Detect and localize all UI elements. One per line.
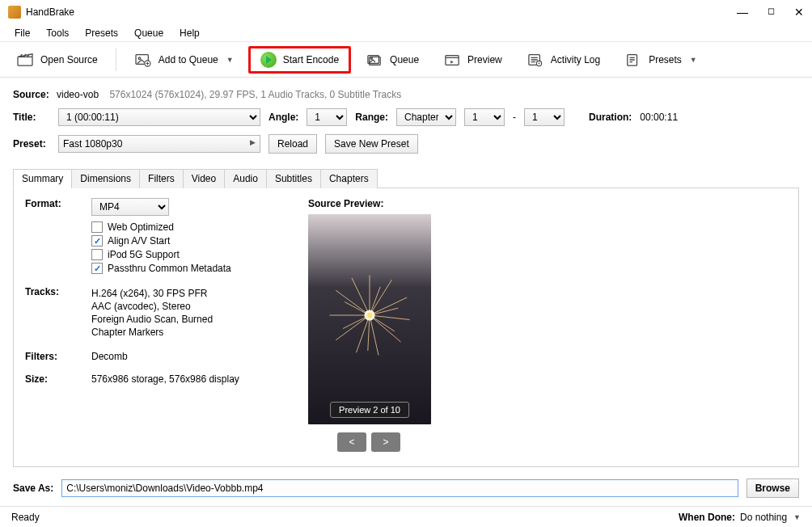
start-encode-button[interactable]: Start Encode	[248, 46, 351, 74]
angle-select[interactable]: 1	[307, 108, 347, 126]
preview-prev-button[interactable]: <	[337, 432, 366, 452]
svg-line-22	[352, 278, 370, 315]
web-optimized-label: Web Optimized	[108, 221, 174, 233]
duration-value: 00:00:11	[640, 112, 678, 123]
range-separator: -	[513, 112, 516, 123]
save-as-input[interactable]	[61, 479, 738, 497]
summary-panel: Format: MP4 Web Optimized Align A/V Star…	[13, 188, 799, 467]
close-icon[interactable]: ✕	[794, 6, 804, 19]
toolbar-divider	[116, 48, 116, 71]
svg-line-19	[336, 315, 370, 340]
source-preview-heading: Source Preview:	[308, 198, 787, 209]
tab-subtitles[interactable]: Subtitles	[266, 169, 321, 188]
save-new-preset-button[interactable]: Save New Preset	[325, 134, 418, 154]
track-line: Foreign Audio Scan, Burned	[91, 314, 213, 325]
source-label: Source:	[13, 89, 49, 100]
activity-log-button[interactable]: Activity Log	[517, 48, 610, 72]
preview-next-button[interactable]: >	[371, 432, 400, 452]
tab-chapters[interactable]: Chapters	[320, 169, 378, 188]
ipod-checkbox[interactable]	[91, 249, 103, 260]
size-value: 576x986 storage, 576x986 display	[91, 373, 239, 385]
add-to-queue-button[interactable]: Add to Queue ▼	[125, 48, 243, 72]
svg-point-30	[367, 312, 373, 318]
preset-select[interactable]	[58, 135, 260, 153]
maximize-icon[interactable]: ◻	[768, 6, 775, 19]
reload-button[interactable]: Reload	[269, 134, 317, 154]
range-label: Range:	[355, 112, 388, 123]
passthru-label: Passthru Common Metadata	[108, 263, 231, 274]
play-icon	[260, 52, 277, 68]
svg-line-26	[368, 315, 370, 351]
svg-point-10	[538, 62, 539, 64]
queue-button[interactable]: Queue	[356, 48, 429, 72]
presets-label: Presets	[649, 54, 682, 65]
when-done-label: When Done:	[679, 512, 735, 523]
source-name: video-vob	[57, 89, 99, 100]
track-line: H.264 (x264), 30 FPS PFR	[91, 288, 213, 299]
chevron-down-icon: ▼	[793, 513, 801, 521]
sparkler-icon	[325, 271, 414, 360]
open-source-button[interactable]: Open Source	[6, 48, 108, 72]
tracks-label: Tracks:	[25, 286, 91, 339]
menu-bar: File Tools Presets Queue Help	[0, 24, 812, 42]
menu-queue[interactable]: Queue	[128, 26, 170, 40]
tab-audio[interactable]: Audio	[224, 169, 267, 188]
save-as-row: Save As: Browse	[0, 470, 812, 506]
preset-label: Preset:	[13, 138, 50, 150]
tab-dimensions[interactable]: Dimensions	[71, 169, 140, 188]
range-type-select[interactable]: Chapters	[396, 108, 456, 126]
preview-label: Preview	[467, 54, 502, 65]
svg-point-6	[370, 57, 372, 59]
clapper-icon	[16, 53, 34, 67]
toolbar: Open Source Add to Queue ▼ Start Encode …	[0, 42, 812, 78]
browse-button[interactable]: Browse	[746, 479, 799, 498]
queue-label: Queue	[390, 54, 419, 65]
menu-tools[interactable]: Tools	[40, 26, 75, 40]
presets-button[interactable]: Presets ▼	[615, 48, 707, 72]
chevron-down-icon: ▼	[226, 56, 234, 64]
svg-line-21	[336, 290, 370, 315]
activity-log-label: Activity Log	[551, 54, 600, 65]
save-as-label: Save As:	[13, 483, 53, 494]
angle-label: Angle:	[269, 112, 298, 123]
title-select[interactable]: 1 (00:00:11)	[58, 108, 260, 126]
svg-rect-0	[18, 57, 32, 65]
preview-counter-badge: Preview 2 of 10	[330, 402, 409, 418]
web-optimized-checkbox[interactable]	[91, 221, 103, 233]
range-to-select[interactable]: 1	[524, 108, 565, 126]
tab-filters[interactable]: Filters	[139, 169, 184, 188]
menu-presets[interactable]: Presets	[78, 26, 125, 40]
source-row: Source: video-vob 576x1024 (576x1024), 2…	[13, 89, 799, 100]
menu-file[interactable]: File	[8, 26, 36, 40]
open-source-label: Open Source	[40, 54, 98, 65]
window-title: HandBrake	[26, 6, 74, 18]
start-encode-label: Start Encode	[283, 54, 339, 65]
svg-point-2	[138, 57, 141, 59]
minimize-icon[interactable]: —	[737, 6, 748, 19]
menu-help[interactable]: Help	[173, 26, 206, 40]
passthru-checkbox[interactable]	[91, 263, 103, 274]
format-select[interactable]: MP4	[91, 198, 169, 216]
preview-button[interactable]: Preview	[433, 48, 512, 72]
source-preview-image: Preview 2 of 10	[308, 214, 431, 424]
title-label: Title:	[13, 112, 50, 123]
title-row: Title: 1 (00:00:11) Angle: 1 Range: Chap…	[13, 108, 799, 126]
log-icon	[527, 53, 544, 67]
ipod-label: iPod 5G Support	[108, 249, 180, 260]
duration-label: Duration:	[589, 112, 632, 123]
app-logo-icon	[8, 6, 21, 19]
add-to-queue-label: Add to Queue	[159, 54, 218, 65]
source-meta: 576x1024 (576x1024), 29.97 FPS, 1 Audio …	[109, 89, 401, 100]
when-done-value[interactable]: Do nothing	[740, 512, 787, 523]
tab-summary[interactable]: Summary	[13, 169, 72, 188]
tab-video[interactable]: Video	[183, 169, 225, 188]
svg-line-16	[370, 315, 401, 342]
track-line: Chapter Markers	[91, 327, 213, 338]
range-from-select[interactable]: 1	[464, 108, 505, 126]
chevron-down-icon: ▼	[690, 56, 697, 64]
track-line: AAC (avcodec), Stereo	[91, 301, 213, 312]
tab-strip: Summary Dimensions Filters Video Audio S…	[13, 168, 799, 188]
size-label: Size:	[25, 373, 91, 385]
status-text: Ready	[11, 512, 40, 523]
align-av-checkbox[interactable]	[91, 235, 103, 247]
